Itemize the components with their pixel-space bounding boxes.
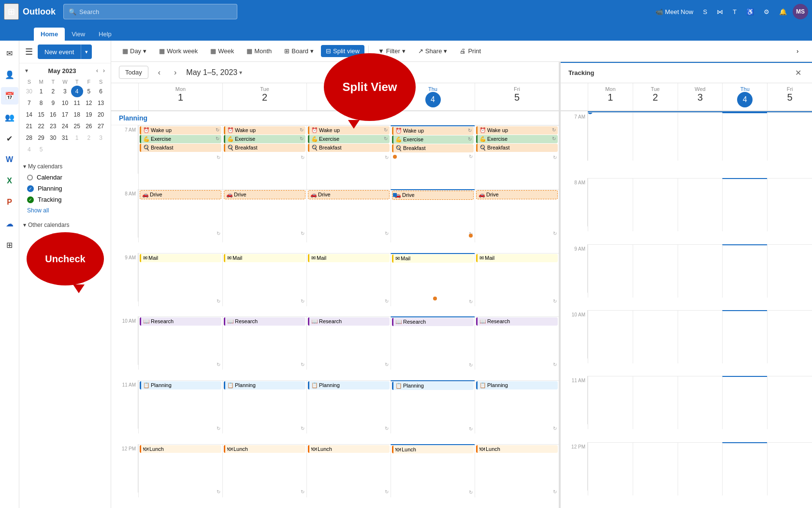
event-breakfast-mon[interactable]: 🍳 Breakfast [140, 144, 221, 152]
right-cell-wed-8am[interactable] [678, 178, 723, 231]
tab-view[interactable]: View [65, 28, 92, 41]
event-exercise-mon[interactable]: 💪 Exercise ↻ [140, 135, 221, 143]
mini-cal-day[interactable]: 6 [95, 86, 107, 97]
right-cell-fri-11am[interactable] [767, 376, 812, 429]
share-button[interactable]: ↗ Share ▾ [413, 45, 453, 58]
prev-button[interactable]: ‹ [154, 66, 164, 79]
left-week-view[interactable]: 7 AM ⏰ Wake up ↻ 💪 Exercise [111, 125, 559, 508]
right-cell-wed-7am[interactable] [678, 112, 723, 161]
mini-cal-day[interactable]: 26 [83, 120, 95, 132]
event-planning-tue[interactable]: 📋 Planning [224, 381, 305, 389]
event-exercise-wed[interactable]: 💪 Exercise ↻ [308, 135, 390, 143]
settings-button[interactable]: ⚙ [760, 6, 773, 17]
avatar[interactable]: MS [793, 4, 808, 19]
mini-cal-day[interactable]: 25 [71, 120, 83, 132]
cell-fri-9am[interactable]: ✉ Mail ↻ [475, 253, 559, 306]
mini-cal-day[interactable]: 23 [47, 120, 59, 132]
event-mail-mon[interactable]: ✉ Mail [140, 254, 221, 262]
mini-cal-day[interactable]: 29 [35, 132, 47, 144]
cell-fri-10am[interactable]: 📖 Research ↻ [475, 316, 559, 370]
mini-cal-day[interactable]: 15 [35, 109, 47, 120]
mini-cal-day[interactable]: 31 [59, 132, 71, 144]
translate-button[interactable]: T [729, 6, 740, 17]
mini-cal-day[interactable]: 3 [59, 86, 71, 97]
mini-cal-day[interactable]: 16 [47, 109, 59, 120]
event-wake-tue[interactable]: ⏰ Wake up ↻ [224, 126, 305, 134]
right-cell-fri-12pm[interactable] [767, 442, 812, 495]
event-breakfast-fri[interactable]: 🍳 Breakfast [476, 144, 558, 152]
notifications-button[interactable]: 🔔 [775, 6, 791, 17]
my-calendars-header[interactable]: ▾ My calendars [19, 161, 111, 172]
cell-wed-11am[interactable]: 📋 Planning ↻ [306, 380, 391, 433]
mini-cal-day[interactable]: 28 [23, 132, 35, 144]
cell-wed-10am[interactable]: 📖 Research ↻ [306, 316, 391, 370]
event-exercise-thu[interactable]: 💪 Exercise ↻ [392, 135, 474, 144]
event-breakfast-thu[interactable]: 🍳 Breakfast [392, 144, 474, 152]
right-cell-thu-7am[interactable] [722, 112, 767, 161]
right-cell-wed-10am[interactable] [678, 310, 723, 363]
event-breakfast-tue[interactable]: 🍳 Breakfast [224, 144, 305, 152]
cell-thu-7am[interactable]: ⏰ Wake up ↻ 💪 Exercise ↻ [391, 125, 475, 189]
right-cell-thu-12pm[interactable] [722, 442, 767, 495]
skype-button[interactable]: S [699, 6, 711, 17]
event-wake-fri[interactable]: ⏰ Wake up ↻ [476, 126, 558, 134]
right-cell-fri-9am[interactable] [767, 244, 812, 298]
mini-cal-day[interactable]: 8 [35, 97, 47, 109]
tab-home[interactable]: Home [34, 28, 65, 41]
sidebar-icon-tasks[interactable]: ✔ [1, 130, 18, 147]
cell-fri-11am[interactable]: 📋 Planning ↻ [475, 380, 559, 433]
mini-cal-day[interactable]: 4 [71, 86, 83, 97]
mini-cal-day[interactable]: 13 [95, 97, 107, 109]
waffle-button[interactable]: ⊞ [4, 3, 19, 20]
event-lunch-tue[interactable]: 🍽 Lunch [224, 445, 305, 453]
meet-now-button[interactable]: 📹 Meet Now [652, 6, 697, 17]
event-planning-thu[interactable]: 📋 Planning [392, 382, 474, 390]
mini-cal-day[interactable]: 3 [95, 132, 107, 144]
mini-cal-day[interactable]: 1 [35, 86, 47, 97]
cell-fri-8am[interactable]: 🚗 Drive ↻ [475, 189, 559, 242]
cell-wed-12pm[interactable]: 🍽 Lunch ↻ [306, 444, 391, 497]
cell-mon-8am[interactable]: 🚗 Drive ↻ [138, 189, 222, 242]
mini-cal-day[interactable]: 22 [35, 120, 47, 132]
mini-cal-day[interactable]: 14 [23, 109, 35, 120]
event-exercise-tue[interactable]: 💪 Exercise ↻ [224, 135, 305, 143]
event-mail-tue[interactable]: ✉ Mail [224, 254, 305, 262]
right-cell-mon-8am[interactable] [588, 178, 633, 231]
event-wake-thu[interactable]: ⏰ Wake up ↻ [392, 127, 474, 135]
mini-cal-day[interactable]: 5 [83, 86, 95, 97]
event-planning-wed[interactable]: 📋 Planning [308, 381, 390, 389]
event-breakfast-wed[interactable]: 🍳 Breakfast [308, 144, 390, 152]
event-research-fri[interactable]: 📖 Research [476, 317, 558, 326]
view-split-button[interactable]: ⊟ Split view [321, 45, 364, 57]
cell-thu-12pm[interactable]: 🍽 Lunch ↻ [391, 444, 475, 497]
right-cell-mon-10am[interactable] [588, 310, 633, 363]
right-cell-tue-7am[interactable] [633, 112, 678, 161]
cell-thu-11am[interactable]: 📋 Planning ↻ [391, 380, 475, 433]
filter-button[interactable]: ▼ Filter ▾ [373, 45, 411, 58]
event-wake-mon[interactable]: ⏰ Wake up ↻ [140, 126, 221, 134]
mini-cal-day[interactable]: 4 [23, 144, 35, 155]
event-research-mon[interactable]: 📖 Research [140, 317, 221, 326]
event-drive-wed[interactable]: 🚗 Drive [308, 190, 390, 199]
cell-tue-11am[interactable]: 📋 Planning ↻ [222, 380, 306, 433]
show-all-button[interactable]: Show all [19, 205, 111, 216]
event-lunch-mon[interactable]: 🍽 Lunch [140, 445, 221, 453]
event-mail-wed[interactable]: ✉ Mail [308, 254, 390, 262]
mini-cal-day[interactable]: 9 [47, 97, 59, 109]
cell-tue-9am[interactable]: ✉ Mail ↻ [222, 253, 306, 306]
cell-thu-8am[interactable]: 🚗 Drive ↻ [391, 189, 475, 242]
event-research-thu[interactable]: 📖 Research [392, 318, 474, 326]
print-button[interactable]: 🖨 Print [454, 45, 486, 58]
view-day-button[interactable]: ▦ Day ▾ [117, 45, 152, 58]
mini-cal-day[interactable]: 10 [59, 97, 71, 109]
event-planning-fri[interactable]: 📋 Planning [476, 381, 558, 389]
right-panel-close[interactable]: ✕ [792, 67, 804, 78]
calendar-item-tracking[interactable]: ✓ Tracking [19, 194, 111, 205]
sidebar-icon-onedrive[interactable]: ☁ [1, 215, 18, 232]
cell-wed-7am[interactable]: ⏰ Wake up ↻ 💪 Exercise ↻ [306, 125, 391, 189]
mini-cal-day[interactable]: 2 [83, 132, 95, 144]
cell-thu-10am[interactable]: 📖 Research ↻ [391, 316, 475, 370]
right-cell-thu-8am[interactable] [722, 178, 767, 231]
event-lunch-fri[interactable]: 🍽 Lunch [476, 445, 558, 453]
cell-thu-9am[interactable]: ✉ Mail ↻ [391, 253, 475, 306]
